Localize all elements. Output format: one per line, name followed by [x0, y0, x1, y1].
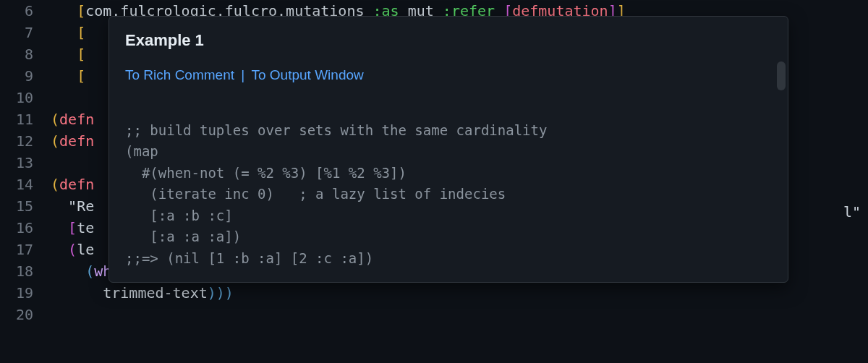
link-separator: | — [237, 67, 249, 82]
paren-close-multi: ))) — [208, 284, 234, 302]
line-number: 9 — [0, 65, 51, 87]
string-fragment: "Re — [68, 197, 94, 215]
hover-tooltip: Example 1 To Rich Comment | To Output Wi… — [109, 16, 788, 283]
line-number: 14 — [0, 174, 51, 195]
link-to-output-window[interactable]: To Output Window — [252, 67, 364, 82]
line-number: 12 — [0, 130, 51, 152]
defn-keyword: defn — [59, 111, 94, 128]
line-number: 7 — [0, 22, 51, 43]
paren-open: ( — [68, 241, 77, 258]
bracket-open: [ — [77, 24, 85, 41]
hover-code-block[interactable]: ;; build tuples over sets with the same … — [125, 99, 772, 270]
hover-code-line: [:a :b :c] — [125, 208, 233, 223]
hover-code-line: #(when-not (= %2 %3) [%1 %2 %3]) — [125, 165, 407, 181]
defn-keyword: defn — [59, 176, 94, 193]
symbol-fragment: te — [77, 219, 94, 236]
paren-open: ( — [51, 132, 59, 150]
link-to-rich-comment[interactable]: To Rich Comment — [125, 67, 234, 82]
code-content[interactable]: trimmed-text))) — [51, 282, 868, 304]
code-line[interactable]: 20 — [0, 304, 868, 325]
line-number: 16 — [0, 217, 51, 239]
hover-code-line: [:a :a :a]) — [125, 229, 241, 244]
symbol: trimmed-text — [103, 284, 208, 302]
string-fragment-right: l" — [843, 201, 861, 223]
hover-code-line: (map — [125, 143, 158, 159]
hover-code-line: (iterate inc 0) ; a lazy list of indecie… — [125, 186, 506, 202]
symbol-fragment: le — [77, 241, 94, 258]
line-number: 20 — [0, 304, 51, 325]
line-number: 18 — [0, 260, 51, 282]
bracket-open: [ — [68, 219, 77, 236]
hover-title: Example 1 — [125, 28, 772, 52]
hover-code-line: ;;=> (nil [1 :b :a] [2 :c :a]) — [125, 250, 373, 266]
bracket-open: [ — [77, 2, 85, 20]
paren-open: ( — [85, 262, 94, 280]
line-number: 10 — [0, 87, 51, 108]
paren-open: ( — [51, 111, 59, 128]
line-number: 6 — [0, 0, 51, 22]
line-number: 11 — [0, 108, 51, 130]
code-line[interactable]: 19 trimmed-text))) — [0, 282, 868, 304]
line-number: 19 — [0, 282, 51, 304]
hover-links: To Rich Comment | To Output Window — [125, 65, 772, 86]
defn-keyword: defn — [59, 132, 94, 150]
bracket-open: [ — [77, 67, 85, 85]
paren-open: ( — [51, 176, 59, 193]
bracket-open: [ — [77, 46, 85, 63]
hover-scrollbar-thumb[interactable] — [777, 61, 786, 90]
line-number: 17 — [0, 239, 51, 260]
hover-code-line: ;; build tuples over sets with the same … — [125, 122, 547, 138]
line-number: 13 — [0, 152, 51, 174]
line-number: 8 — [0, 43, 51, 65]
line-number: 15 — [0, 195, 51, 217]
